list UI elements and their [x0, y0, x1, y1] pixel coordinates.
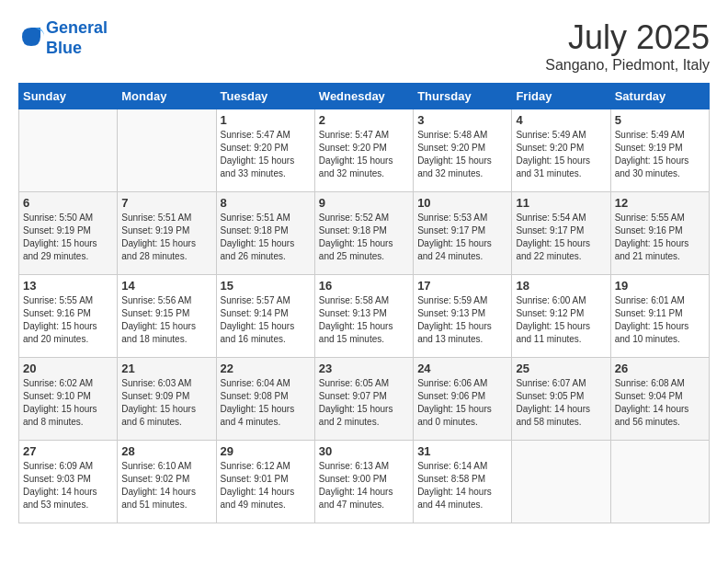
day-number: 5: [615, 113, 705, 127]
day-number: 6: [23, 196, 113, 210]
day-number: 11: [516, 196, 606, 210]
day-number: 16: [319, 279, 409, 293]
calendar-week-row: 13Sunrise: 5:55 AMSunset: 9:16 PMDayligh…: [19, 275, 710, 358]
day-number: 2: [319, 113, 409, 127]
calendar-day-cell: 22Sunrise: 6:04 AMSunset: 9:08 PMDayligh…: [216, 358, 314, 441]
day-info: Sunrise: 6:04 AMSunset: 9:08 PMDaylight:…: [221, 377, 311, 429]
calendar-day-cell: 3Sunrise: 5:48 AMSunset: 9:20 PMDaylight…: [414, 109, 512, 192]
day-info: Sunrise: 6:02 AMSunset: 9:10 PMDaylight:…: [23, 377, 113, 429]
weekday-header: Sunday: [19, 84, 118, 109]
calendar-day-cell: 11Sunrise: 5:54 AMSunset: 9:17 PMDayligh…: [512, 192, 610, 275]
title-block: July 2025 Sangano, Piedmont, Italy: [545, 18, 710, 74]
day-number: 26: [615, 362, 705, 375]
calendar-day-cell: 23Sunrise: 6:05 AMSunset: 9:07 PMDayligh…: [314, 358, 413, 441]
calendar-day-cell: 27Sunrise: 6:09 AMSunset: 9:03 PMDayligh…: [19, 441, 118, 523]
day-info: Sunrise: 6:01 AMSunset: 9:11 PMDaylight:…: [615, 294, 705, 346]
calendar-day-cell: 29Sunrise: 6:12 AMSunset: 9:01 PMDayligh…: [216, 441, 314, 523]
day-info: Sunrise: 6:12 AMSunset: 9:01 PMDaylight:…: [221, 460, 311, 511]
calendar-day-cell: 4Sunrise: 5:49 AMSunset: 9:20 PMDaylight…: [512, 109, 610, 192]
day-info: Sunrise: 6:14 AMSunset: 8:58 PMDaylight:…: [417, 460, 507, 511]
day-number: 24: [417, 362, 507, 375]
month-title: July 2025: [545, 18, 710, 57]
day-info: Sunrise: 5:55 AMSunset: 9:16 PMDaylight:…: [23, 294, 113, 346]
calendar-day-cell: 19Sunrise: 6:01 AMSunset: 9:11 PMDayligh…: [610, 275, 709, 358]
weekday-header: Saturday: [610, 84, 709, 109]
calendar-day-cell: 7Sunrise: 5:51 AMSunset: 9:19 PMDaylight…: [118, 192, 216, 275]
day-info: Sunrise: 6:07 AMSunset: 9:05 PMDaylight:…: [516, 377, 606, 429]
calendar-day-cell: 5Sunrise: 5:49 AMSunset: 9:19 PMDaylight…: [610, 109, 709, 192]
day-number: 25: [516, 362, 606, 375]
calendar-day-cell: 14Sunrise: 5:56 AMSunset: 9:15 PMDayligh…: [118, 275, 216, 358]
day-number: 4: [516, 113, 606, 127]
day-number: 8: [221, 196, 311, 210]
calendar-day-cell: 1Sunrise: 5:47 AMSunset: 9:20 PMDaylight…: [216, 109, 314, 192]
day-number: 1: [221, 113, 311, 127]
day-number: 23: [319, 362, 409, 375]
calendar-day-cell: 10Sunrise: 5:53 AMSunset: 9:17 PMDayligh…: [414, 192, 512, 275]
day-info: Sunrise: 5:48 AMSunset: 9:20 PMDaylight:…: [417, 129, 507, 180]
day-number: 7: [121, 196, 211, 210]
logo-text: General Blue: [46, 18, 108, 58]
day-info: Sunrise: 6:05 AMSunset: 9:07 PMDaylight:…: [319, 377, 409, 429]
calendar-day-cell: 18Sunrise: 6:00 AMSunset: 9:12 PMDayligh…: [512, 275, 610, 358]
day-number: 29: [221, 444, 311, 458]
day-number: 3: [417, 113, 507, 127]
calendar-day-cell: 30Sunrise: 6:13 AMSunset: 9:00 PMDayligh…: [314, 441, 413, 523]
day-number: 19: [615, 279, 705, 293]
calendar-day-cell: [118, 109, 216, 192]
day-info: Sunrise: 5:47 AMSunset: 9:20 PMDaylight:…: [221, 129, 311, 180]
day-info: Sunrise: 6:00 AMSunset: 9:12 PMDaylight:…: [516, 294, 606, 346]
weekday-header: Thursday: [414, 84, 512, 109]
day-info: Sunrise: 6:08 AMSunset: 9:04 PMDaylight:…: [615, 377, 705, 429]
day-info: Sunrise: 5:58 AMSunset: 9:13 PMDaylight:…: [319, 294, 409, 346]
day-info: Sunrise: 5:52 AMSunset: 9:18 PMDaylight:…: [319, 212, 409, 263]
day-number: 15: [221, 279, 311, 293]
day-number: 9: [319, 196, 409, 210]
logo-general: General: [46, 18, 108, 37]
day-number: 27: [23, 444, 113, 458]
weekday-header: Monday: [118, 84, 216, 109]
day-number: 17: [417, 279, 507, 293]
day-number: 18: [516, 279, 606, 293]
day-number: 21: [121, 362, 211, 375]
calendar-week-row: 27Sunrise: 6:09 AMSunset: 9:03 PMDayligh…: [19, 441, 710, 523]
calendar-day-cell: 15Sunrise: 5:57 AMSunset: 9:14 PMDayligh…: [216, 275, 314, 358]
calendar-day-cell: 28Sunrise: 6:10 AMSunset: 9:02 PMDayligh…: [118, 441, 216, 523]
calendar-week-row: 6Sunrise: 5:50 AMSunset: 9:19 PMDaylight…: [19, 192, 710, 275]
day-number: 10: [417, 196, 507, 210]
day-info: Sunrise: 6:03 AMSunset: 9:09 PMDaylight:…: [121, 377, 211, 429]
day-number: 30: [319, 444, 409, 458]
calendar-day-cell: 25Sunrise: 6:07 AMSunset: 9:05 PMDayligh…: [512, 358, 610, 441]
calendar-day-cell: 9Sunrise: 5:52 AMSunset: 9:18 PMDaylight…: [314, 192, 413, 275]
logo-blue: Blue: [46, 39, 82, 57]
calendar-day-cell: [512, 441, 610, 523]
calendar-day-cell: 20Sunrise: 6:02 AMSunset: 9:10 PMDayligh…: [19, 358, 118, 441]
day-info: Sunrise: 5:53 AMSunset: 9:17 PMDaylight:…: [417, 212, 507, 263]
calendar-week-row: 20Sunrise: 6:02 AMSunset: 9:10 PMDayligh…: [19, 358, 710, 441]
calendar-day-cell: 31Sunrise: 6:14 AMSunset: 8:58 PMDayligh…: [414, 441, 512, 523]
day-info: Sunrise: 6:13 AMSunset: 9:00 PMDaylight:…: [319, 460, 409, 511]
day-info: Sunrise: 5:59 AMSunset: 9:13 PMDaylight:…: [417, 294, 507, 346]
calendar-day-cell: 13Sunrise: 5:55 AMSunset: 9:16 PMDayligh…: [19, 275, 118, 358]
day-info: Sunrise: 5:50 AMSunset: 9:19 PMDaylight:…: [23, 212, 113, 263]
day-number: 22: [221, 362, 311, 375]
day-info: Sunrise: 5:47 AMSunset: 9:20 PMDaylight:…: [319, 129, 409, 180]
calendar-day-cell: 8Sunrise: 5:51 AMSunset: 9:18 PMDaylight…: [216, 192, 314, 275]
logo: General Blue: [18, 18, 108, 58]
day-info: Sunrise: 5:56 AMSunset: 9:15 PMDaylight:…: [121, 294, 211, 346]
day-info: Sunrise: 5:51 AMSunset: 9:18 PMDaylight:…: [221, 212, 311, 263]
calendar-table: SundayMondayTuesdayWednesdayThursdayFrid…: [18, 83, 710, 523]
calendar-day-cell: 26Sunrise: 6:08 AMSunset: 9:04 PMDayligh…: [610, 358, 709, 441]
logo-icon: [18, 24, 44, 50]
day-number: 12: [615, 196, 705, 210]
day-info: Sunrise: 5:54 AMSunset: 9:17 PMDaylight:…: [516, 212, 606, 263]
day-number: 20: [23, 362, 113, 375]
calendar-day-cell: 6Sunrise: 5:50 AMSunset: 9:19 PMDaylight…: [19, 192, 118, 275]
day-info: Sunrise: 6:09 AMSunset: 9:03 PMDaylight:…: [23, 460, 113, 511]
calendar-day-cell: 21Sunrise: 6:03 AMSunset: 9:09 PMDayligh…: [118, 358, 216, 441]
calendar-week-row: 1Sunrise: 5:47 AMSunset: 9:20 PMDaylight…: [19, 109, 710, 192]
day-info: Sunrise: 5:49 AMSunset: 9:20 PMDaylight:…: [516, 129, 606, 180]
day-info: Sunrise: 5:55 AMSunset: 9:16 PMDaylight:…: [615, 212, 705, 263]
weekday-header: Tuesday: [216, 84, 314, 109]
page-header: General Blue July 2025 Sangano, Piedmont…: [18, 18, 710, 74]
